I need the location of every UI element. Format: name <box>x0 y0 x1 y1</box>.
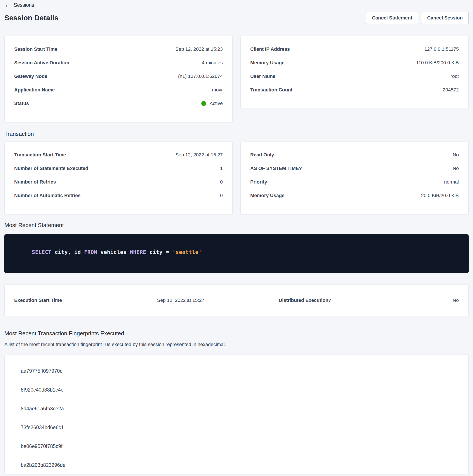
cancel-statement-button[interactable]: Cancel Statement <box>366 12 418 24</box>
client-ip-value: 127.0.0.1:51175 <box>424 46 459 52</box>
transaction-summary-row: Transaction Start Time Sep 12, 2022 at 1… <box>4 142 469 214</box>
session-active-duration-label: Session Active Duration <box>14 60 74 66</box>
transaction-count-row: Transaction Count 204572 <box>250 83 459 97</box>
fingerprint-item: 8f920c40d88b1c4e <box>21 380 459 399</box>
transaction-start-time-value: Sep 12, 2022 at 15:27 <box>175 152 223 158</box>
as-of-system-time-label: AS OF SYSTEM TIME? <box>250 166 306 171</box>
read-only-value: No <box>453 152 459 158</box>
client-ip-row: Client IP Address 127.0.0.1:51175 <box>250 42 459 56</box>
fingerprints-card: aa79775ff097970c 8f920c40d88b1c4e 8d4ae6… <box>4 355 469 474</box>
session-card: Session Start Time Sep 12, 2022 at 15:23… <box>4 36 233 122</box>
application-name-label: Application Name <box>14 87 59 93</box>
statements-executed-row: Number of Statements Executed 1 <box>14 162 223 175</box>
session-memory-usage-value: 110.0 KiB/200.0 KiB <box>416 60 459 66</box>
back-to-sessions-link[interactable]: ← Sessions <box>4 0 34 8</box>
fingerprint-item: 8d4ae61a5fb3ce2a <box>21 399 459 418</box>
status-value: Active <box>201 101 223 106</box>
transaction-start-time-row: Transaction Start Time Sep 12, 2022 at 1… <box>14 148 223 162</box>
read-only-label: Read Only <box>250 152 278 158</box>
back-link-label: Sessions <box>14 2 34 8</box>
sql-columns: city, id <box>51 249 84 255</box>
as-of-system-time-row: AS OF SYSTEM TIME? No <box>250 162 459 175</box>
client-card: Client IP Address 127.0.0.1:51175 Memory… <box>240 36 469 109</box>
sql-statement-line: SELECT city, id FROM vehicles WHERE city… <box>12 243 461 261</box>
gateway-node-label: Gateway Node <box>14 73 52 79</box>
sql-table: vehicles <box>97 249 130 255</box>
application-name-value: movr <box>212 87 223 93</box>
transaction-right-card: Read Only No AS OF SYSTEM TIME? No Prior… <box>240 142 469 214</box>
distributed-execution-value: No <box>453 298 459 303</box>
fingerprints-section-subtitle: A list of the most recent transaction fi… <box>4 342 469 347</box>
fingerprint-item: be06e9570f785c9f <box>21 437 459 456</box>
priority-row: Priority normal <box>250 175 459 189</box>
action-buttons: Cancel Statement Cancel Session <box>366 12 469 24</box>
status-active-text: Active <box>210 101 223 106</box>
client-ip-label: Client IP Address <box>250 46 294 52</box>
retries-label: Number of Retries <box>14 179 60 185</box>
fingerprint-item: aa79775ff097970c <box>21 362 459 380</box>
priority-label: Priority <box>250 179 272 185</box>
read-only-row: Read Only No <box>250 148 459 162</box>
session-memory-usage-label: Memory Usage <box>250 60 289 66</box>
priority-value: normal <box>444 179 459 185</box>
page-title: Session Details <box>4 14 58 22</box>
session-details-page: ← Sessions Session Details Cancel Statem… <box>0 0 473 476</box>
session-start-time-value: Sep 12, 2022 at 15:23 <box>175 46 223 52</box>
transaction-count-label: Transaction Count <box>250 87 297 93</box>
gateway-node-row: Gateway Node (n1) 127.0.0.1:62674 <box>14 69 223 83</box>
transaction-memory-usage-label: Memory Usage <box>250 193 289 198</box>
user-name-label: User Name <box>250 73 280 79</box>
user-name-value: root <box>451 73 459 79</box>
retries-value: 0 <box>220 179 223 185</box>
session-start-time-label: Session Start Time <box>14 46 62 52</box>
execution-start-time-value: Sep 12, 2022 at 15:27 <box>141 298 204 303</box>
fingerprints-section-title: Most Recent Transaction Fingerprints Exe… <box>4 330 469 337</box>
fingerprint-item: ba2b203b823296de <box>21 456 459 475</box>
sql-keyword-select: SELECT <box>32 249 51 255</box>
execution-card: Execution Start Time Sep 12, 2022 at 15:… <box>4 285 469 316</box>
gateway-node-link[interactable]: (n1) 127.0.0.1:62674 <box>178 73 223 79</box>
sql-keyword-from: FROM <box>84 249 97 255</box>
cancel-session-button[interactable]: Cancel Session <box>421 12 469 24</box>
distributed-execution-label: Distributed Execution? <box>279 298 331 303</box>
session-memory-usage-row: Memory Usage 110.0 KiB/200.0 KiB <box>250 56 459 69</box>
sql-statement-block: SELECT city, id FROM vehicles WHERE city… <box>4 234 469 273</box>
session-summary-row: Session Start Time Sep 12, 2022 at 15:23… <box>4 36 469 122</box>
as-of-system-time-value: No <box>453 166 459 171</box>
sql-keyword-where: WHERE <box>130 249 146 255</box>
transaction-section-title: Transaction <box>4 131 469 137</box>
title-row: Session Details Cancel Statement Cancel … <box>4 12 469 24</box>
statements-executed-label: Number of Statements Executed <box>14 166 93 171</box>
transaction-memory-usage-row: Memory Usage 20.0 KiB/20.0 KiB <box>250 189 459 202</box>
transaction-left-card: Transaction Start Time Sep 12, 2022 at 1… <box>4 142 233 214</box>
statement-section-title: Most Recent Statement <box>4 222 469 229</box>
transaction-start-time-label: Transaction Start Time <box>14 152 70 158</box>
transaction-memory-usage-value: 20.0 KiB/20.0 KiB <box>421 193 459 198</box>
back-arrow-icon: ← <box>4 2 10 8</box>
statements-executed-value: 1 <box>220 166 223 171</box>
status-active-dot-icon <box>201 101 206 106</box>
automatic-retries-row: Number of Automatic Retries 0 <box>14 189 223 202</box>
user-name-row: User Name root <box>250 69 459 83</box>
automatic-retries-label: Number of Automatic Retries <box>14 193 85 198</box>
sql-string-literal: 'seattle' <box>172 249 202 255</box>
session-active-duration-row: Session Active Duration 4 minutes <box>14 56 223 69</box>
session-start-time-row: Session Start Time Sep 12, 2022 at 15:23 <box>14 42 223 56</box>
automatic-retries-value: 0 <box>220 193 223 198</box>
retries-row: Number of Retries 0 <box>14 175 223 189</box>
execution-start-time-label: Execution Start Time <box>14 298 141 303</box>
status-row: Status Active <box>14 97 223 110</box>
transaction-count-value: 204572 <box>443 87 459 93</box>
status-label: Status <box>14 101 33 106</box>
fingerprint-item: 73fe26034bd6e6c1 <box>21 418 459 437</box>
application-name-row: Application Name movr <box>14 83 223 97</box>
sql-condition: city = <box>146 249 172 255</box>
session-active-duration-value: 4 minutes <box>202 60 223 66</box>
